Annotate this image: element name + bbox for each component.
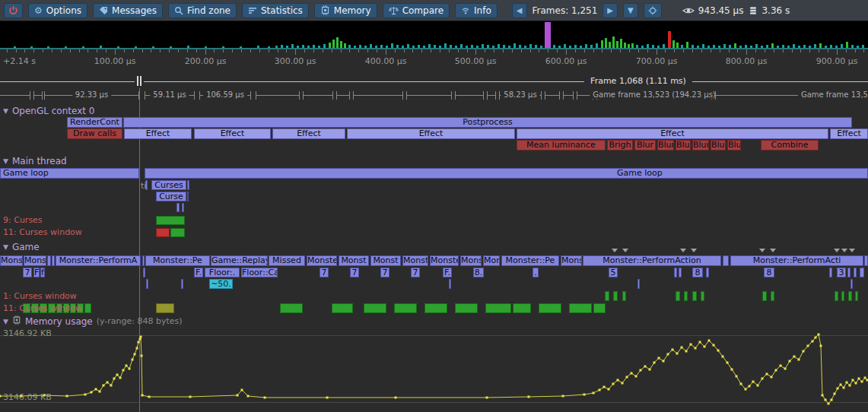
zone[interactable]: 8 bbox=[692, 268, 703, 277]
histogram-bar[interactable] bbox=[803, 45, 806, 48]
histogram-bar[interactable] bbox=[348, 45, 351, 48]
histogram-bar[interactable] bbox=[692, 45, 694, 48]
zone[interactable] bbox=[679, 268, 682, 277]
zone[interactable]: Mons bbox=[561, 255, 582, 266]
histogram-bar[interactable] bbox=[580, 46, 582, 48]
histogram-bar[interactable] bbox=[745, 45, 747, 48]
histogram-bar[interactable] bbox=[734, 43, 736, 48]
histogram-bar[interactable] bbox=[718, 46, 720, 48]
plot-bar[interactable] bbox=[455, 303, 478, 313]
histogram-bar[interactable] bbox=[624, 43, 626, 48]
histogram-bar[interactable] bbox=[529, 44, 532, 48]
histogram-bar[interactable] bbox=[574, 45, 577, 48]
collapsed-zones-marker-icon[interactable] bbox=[841, 249, 847, 252]
plot-bar[interactable] bbox=[156, 216, 185, 225]
zone[interactable]: Blur bbox=[711, 140, 726, 151]
histogram-bar[interactable] bbox=[370, 44, 372, 48]
histogram-bar[interactable] bbox=[605, 38, 607, 48]
histogram-bar[interactable] bbox=[205, 46, 207, 48]
histogram-bar[interactable] bbox=[609, 42, 611, 48]
histogram-bar[interactable] bbox=[439, 46, 441, 48]
zone[interactable]: Monster::PerformActi bbox=[730, 255, 863, 266]
zone[interactable] bbox=[181, 279, 183, 289]
find-zone-button[interactable]: Find zone bbox=[168, 3, 237, 18]
histogram-bar[interactable] bbox=[323, 44, 326, 48]
frame-separator[interactable] bbox=[0, 91, 30, 100]
plot-bar[interactable] bbox=[841, 291, 844, 301]
histogram-bar[interactable] bbox=[455, 46, 457, 48]
zone[interactable]: F bbox=[33, 268, 40, 277]
histogram-bar[interactable] bbox=[170, 46, 172, 48]
histogram-bar[interactable] bbox=[30, 46, 33, 48]
histogram-bar[interactable] bbox=[386, 46, 388, 48]
zone[interactable] bbox=[52, 255, 55, 266]
histogram-bar[interactable] bbox=[524, 46, 526, 48]
histogram-bar[interactable] bbox=[620, 39, 622, 48]
zone[interactable] bbox=[47, 255, 51, 266]
zone[interactable]: Floor::Calc bbox=[241, 268, 278, 277]
zone[interactable]: F. bbox=[194, 268, 203, 277]
histogram-bar[interactable] bbox=[498, 44, 500, 48]
zone[interactable] bbox=[723, 255, 729, 266]
histogram-bar[interactable] bbox=[313, 45, 315, 48]
zone[interactable]: Effect bbox=[194, 128, 271, 139]
zone[interactable] bbox=[829, 268, 832, 277]
histogram-bar[interactable] bbox=[418, 45, 420, 48]
collapsed-zones-marker-icon[interactable] bbox=[759, 249, 765, 252]
histogram-bar[interactable] bbox=[540, 46, 542, 48]
frame-separator[interactable]: 106.59 μs bbox=[199, 91, 251, 100]
zone[interactable]: Postprocess bbox=[123, 117, 852, 128]
histogram-bar[interactable] bbox=[519, 45, 521, 48]
zone[interactable]: Effect bbox=[347, 128, 515, 139]
histogram-bar[interactable] bbox=[47, 46, 49, 48]
histogram-bar[interactable] bbox=[329, 43, 331, 48]
zone[interactable]: f bbox=[40, 268, 45, 277]
histogram-bar[interactable] bbox=[647, 44, 649, 48]
zone[interactable]: Effect bbox=[517, 128, 828, 139]
memory-button[interactable]: Memory bbox=[314, 3, 377, 18]
histogram-bar[interactable] bbox=[82, 46, 84, 48]
plot-bar[interactable] bbox=[170, 228, 185, 237]
zone[interactable]: Monste bbox=[430, 255, 459, 266]
histogram-bar[interactable] bbox=[428, 44, 431, 48]
histogram-bar[interactable] bbox=[814, 44, 816, 48]
plot-bar[interactable] bbox=[622, 291, 626, 301]
histogram-bar[interactable] bbox=[787, 46, 790, 48]
histogram-bar[interactable] bbox=[364, 46, 367, 48]
frame-separator[interactable] bbox=[487, 91, 496, 100]
histogram-bar[interactable] bbox=[513, 43, 516, 48]
histogram-bar[interactable] bbox=[412, 46, 415, 48]
zone[interactable] bbox=[146, 279, 148, 289]
histogram-bar[interactable] bbox=[729, 45, 731, 48]
zone[interactable] bbox=[449, 279, 451, 289]
histogram-bar[interactable] bbox=[444, 43, 447, 48]
histogram-bar[interactable] bbox=[723, 44, 726, 48]
histogram-bar[interactable] bbox=[835, 46, 838, 48]
histogram-bar[interactable] bbox=[558, 46, 561, 48]
zone[interactable] bbox=[176, 203, 180, 212]
histogram-bar[interactable] bbox=[466, 46, 468, 48]
plot-bar[interactable] bbox=[485, 303, 511, 313]
histogram-bar[interactable] bbox=[545, 22, 551, 48]
histogram-bar[interactable] bbox=[100, 46, 102, 48]
plot-bar[interactable] bbox=[424, 303, 447, 313]
histogram-bar[interactable] bbox=[302, 45, 304, 48]
zone[interactable]: Missed bbox=[269, 255, 305, 266]
zone[interactable]: Monster::Pe bbox=[501, 255, 559, 266]
plot-bar[interactable] bbox=[613, 291, 618, 301]
frame-separator[interactable] bbox=[563, 91, 574, 100]
plot-bar[interactable] bbox=[848, 291, 852, 301]
frame-separator[interactable] bbox=[33, 91, 43, 100]
zone[interactable]: Monste bbox=[460, 255, 482, 266]
histogram-bar[interactable] bbox=[187, 46, 189, 48]
histogram-bar[interactable] bbox=[281, 45, 283, 48]
histogram-bar[interactable] bbox=[652, 45, 654, 48]
histogram-bar[interactable] bbox=[631, 43, 634, 48]
histogram-bar[interactable] bbox=[663, 44, 665, 48]
histogram-bar[interactable] bbox=[402, 46, 404, 48]
histogram-bar[interactable] bbox=[702, 44, 704, 48]
histogram-bar[interactable] bbox=[681, 45, 683, 48]
plot-bar[interactable] bbox=[701, 291, 704, 301]
histogram-bar[interactable] bbox=[707, 46, 710, 48]
histogram-bar[interactable] bbox=[340, 41, 342, 48]
